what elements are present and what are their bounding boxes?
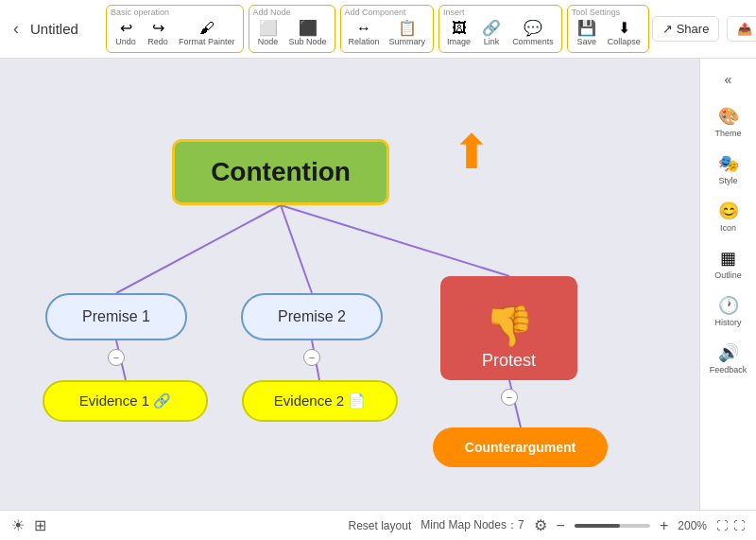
toolbar-group-add-component: Add Component ↔ Relation 📋 Summary <box>340 5 435 53</box>
grid-icon[interactable]: ⊞ <box>34 516 46 534</box>
collapse-button[interactable]: ⬇ Collapse <box>604 19 644 48</box>
sidebar-history-label: History <box>714 318 741 327</box>
share-export-area: ↗ Share 📤 Export <box>652 16 756 42</box>
toolbar-insert-buttons: 🖼 Image 🔗 Link 💬 Comments <box>443 19 558 48</box>
link-icon: 🔗 <box>482 21 501 36</box>
zoom-slider[interactable] <box>575 524 650 528</box>
relation-icon: ↔ <box>356 21 371 36</box>
share-icon: ↗ <box>662 22 673 36</box>
premise1-label: Premise 1 <box>82 308 150 325</box>
toolbar: Basic operation ↩ Undo ↪ Redo 🖌 Format P… <box>106 5 652 53</box>
format-painter-button[interactable]: 🖌 Format Painter <box>175 19 239 48</box>
svg-line-2 <box>281 205 509 276</box>
sidebar-style-label: Style <box>718 176 737 185</box>
export-icon: 📤 <box>737 22 752 36</box>
nodes-count: Mind Map Nodes：7 <box>421 517 524 533</box>
canvas[interactable]: ⬆ Contention Premise 1 − Premise 2 − 👎 P… <box>0 59 699 510</box>
sidebar-collapse-button[interactable]: « <box>713 66 744 93</box>
toolbar-group-add-node: Add Node ⬜ Node ⬛ Sub Node <box>249 5 335 53</box>
toolbar-group-add-node-label: Add Node <box>253 8 291 17</box>
sub-node-icon: ⬛ <box>299 21 318 36</box>
toolbar-group-insert: Insert 🖼 Image 🔗 Link 💬 Comments <box>438 5 562 53</box>
image-label: Image <box>447 37 471 46</box>
summary-button[interactable]: 📋 Summary <box>386 19 430 48</box>
save-label: Save <box>576 37 596 46</box>
history-icon: 🕐 <box>718 295 739 316</box>
collapse-label: Collapse <box>608 37 641 46</box>
sidebar-item-feedback[interactable]: 🔊 Feedback <box>705 337 752 380</box>
back-button[interactable]: ‹ <box>8 15 25 43</box>
style-icon: 🎭 <box>718 153 739 174</box>
save-button[interactable]: 💾 Save <box>572 19 602 48</box>
premise1-node[interactable]: Premise 1 <box>45 293 187 340</box>
statusbar: ☀ ⊞ Reset layout Mind Map Nodes：7 ⚙ − + … <box>0 510 756 540</box>
premise2-collapse[interactable]: − <box>303 349 320 366</box>
sidebar-feedback-label: Feedback <box>710 365 747 375</box>
undo-label: Undo <box>115 37 136 46</box>
contention-label: Contention <box>211 157 351 187</box>
sidebar-item-theme[interactable]: 🎨 Theme <box>705 100 752 144</box>
premise2-label: Premise 2 <box>278 308 346 325</box>
toolbar-toolsettings-buttons: 💾 Save ⬇ Collapse <box>572 19 644 48</box>
evidence2-label: Evidence 2 📄 <box>274 392 366 409</box>
feedback-icon: 🔊 <box>718 342 739 363</box>
counterargument-node[interactable]: Counterargument <box>433 427 608 467</box>
sub-node-button[interactable]: ⬛ Sub Node <box>285 19 331 48</box>
sidebar-item-history[interactable]: 🕐 History <box>705 289 752 333</box>
node-button[interactable]: ⬜ Node <box>253 19 284 48</box>
counterargument-label: Counterargument <box>465 440 576 455</box>
toolbar-group-basic-label: Basic operation <box>111 8 169 17</box>
protest-node[interactable]: 👎 Protest <box>440 276 577 380</box>
fullscreen-icon[interactable]: ⛶ <box>733 519 745 532</box>
sidebar-icon-label: Icon <box>720 223 736 233</box>
toolbar-addcomp-buttons: ↔ Relation 📋 Summary <box>345 19 430 48</box>
sidebar-item-icon[interactable]: 😊 Icon <box>705 195 752 238</box>
premise1-collapse[interactable]: − <box>108 349 125 366</box>
toolbar-basic-buttons: ↩ Undo ↪ Redo 🖌 Format Painter <box>111 19 239 48</box>
relation-button[interactable]: ↔ Relation <box>345 19 384 48</box>
zoom-percent: 200% <box>678 519 707 532</box>
up-arrow: ⬆ <box>452 125 491 180</box>
redo-icon: ↪ <box>152 21 164 36</box>
toolbar-group-add-component-label: Add Component <box>345 8 406 17</box>
export-button[interactable]: 📤 Export <box>727 16 756 42</box>
right-sidebar: « 🎨 Theme 🎭 Style 😊 Icon ▦ Outline 🕐 His… <box>699 59 756 510</box>
contention-node[interactable]: Contention <box>172 139 389 205</box>
header: ‹ Untitled Basic operation ↩ Undo ↪ Redo… <box>0 0 756 59</box>
comments-label: Comments <box>512 37 554 46</box>
undo-icon: ↩ <box>120 21 132 36</box>
outline-icon: ▦ <box>720 248 736 269</box>
evidence2-node[interactable]: Evidence 2 📄 <box>242 380 398 422</box>
settings-icon[interactable]: ⚙ <box>534 516 547 534</box>
share-label: Share <box>677 22 710 36</box>
toolbar-addnode-buttons: ⬜ Node ⬛ Sub Node <box>253 19 331 48</box>
redo-button[interactable]: ↪ Redo <box>143 19 173 48</box>
comments-button[interactable]: 💬 Comments <box>508 19 558 48</box>
share-button[interactable]: ↗ Share <box>652 16 720 42</box>
sidebar-item-style[interactable]: 🎭 Style <box>705 148 752 191</box>
zoom-plus[interactable]: + <box>660 517 668 534</box>
comments-icon: 💬 <box>524 21 542 36</box>
protest-collapse[interactable]: − <box>501 389 518 406</box>
premise2-node[interactable]: Premise 2 <box>241 293 383 340</box>
summary-icon: 📋 <box>398 21 417 36</box>
image-button[interactable]: 🖼 Image <box>443 19 474 48</box>
sun-icon[interactable]: ☀ <box>11 516 25 534</box>
evidence1-label: Evidence 1 🔗 <box>79 392 171 409</box>
icon-icon: 😊 <box>718 200 739 221</box>
relation-label: Relation <box>349 37 380 46</box>
redo-label: Redo <box>147 37 168 46</box>
undo-button[interactable]: ↩ Undo <box>111 19 141 48</box>
format-painter-label: Format Painter <box>179 37 235 46</box>
toolbar-group-insert-label: Insert <box>443 8 465 17</box>
node-label: Node <box>258 37 279 46</box>
zoom-minus[interactable]: − <box>557 517 565 534</box>
sidebar-item-outline[interactable]: ▦ Outline <box>705 242 752 286</box>
thumbs-down-icon: 👎 <box>485 303 534 349</box>
sidebar-outline-label: Outline <box>714 270 742 280</box>
fit-screen-icon[interactable]: ⛶ <box>716 519 728 532</box>
link-button[interactable]: 🔗 Link <box>476 19 507 48</box>
reset-layout-button[interactable]: Reset layout <box>349 519 412 532</box>
protest-label: Protest <box>482 351 536 371</box>
evidence1-node[interactable]: Evidence 1 🔗 <box>43 380 208 422</box>
